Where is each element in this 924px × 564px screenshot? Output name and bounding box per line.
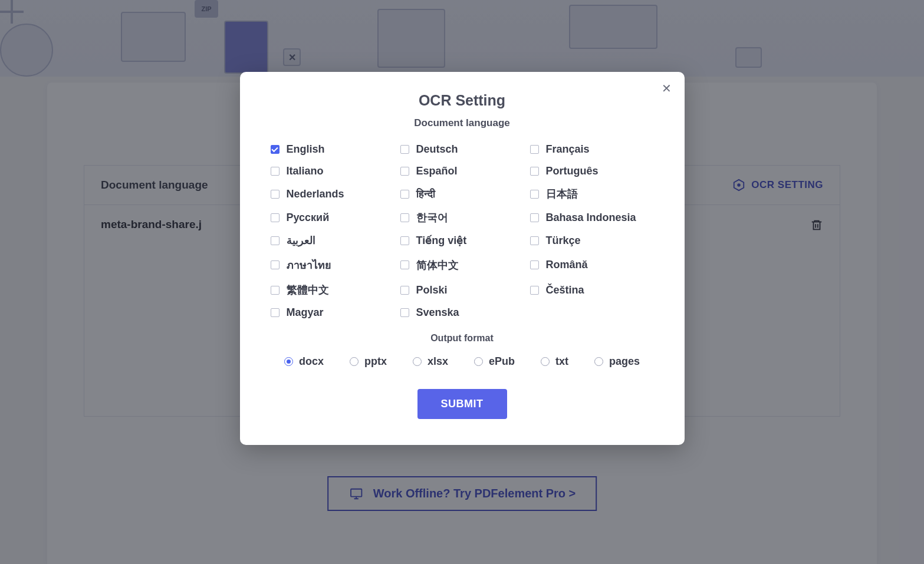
language-label: Español — [416, 165, 458, 177]
language-label: Italiano — [287, 165, 324, 177]
language-label: Русский — [287, 212, 330, 224]
language-label: Svenska — [416, 306, 459, 319]
modal-subtitle: Document language — [264, 117, 661, 129]
checkbox-icon — [530, 190, 539, 199]
language-label: Magyar — [287, 306, 324, 319]
submit-button[interactable]: SUBMIT — [417, 389, 507, 419]
language-option[interactable]: 日本語 — [530, 187, 654, 201]
language-option[interactable]: हिन्दी — [400, 187, 524, 201]
modal-title: OCR Setting — [264, 92, 661, 109]
checkbox-icon — [271, 286, 279, 295]
checkbox-icon — [400, 236, 409, 245]
format-label: pptx — [364, 355, 387, 368]
checkbox-icon — [530, 167, 539, 176]
format-option[interactable]: xlsx — [413, 355, 448, 368]
language-option[interactable]: Čeština — [530, 283, 654, 297]
checkbox-icon — [400, 167, 409, 176]
checkbox-icon — [271, 145, 279, 154]
checkbox-icon — [271, 213, 279, 222]
language-option[interactable]: English — [271, 143, 394, 156]
language-option[interactable]: 한국어 — [400, 210, 524, 225]
language-option[interactable]: Türkçe — [530, 234, 654, 247]
language-option[interactable]: Nederlands — [271, 187, 394, 201]
language-label: Deutsch — [416, 143, 458, 156]
checkbox-icon — [530, 145, 539, 154]
format-option[interactable]: pages — [594, 355, 640, 368]
checkbox-icon — [400, 213, 409, 222]
output-format-row: docxpptxxlsxePubtxtpages — [264, 355, 661, 368]
language-label: Français — [546, 143, 590, 156]
language-label: Türkçe — [546, 235, 581, 247]
checkbox-icon — [400, 260, 409, 269]
language-option[interactable]: Español — [400, 165, 524, 177]
format-option[interactable]: txt — [541, 355, 568, 368]
language-label: 繁體中文 — [287, 283, 329, 297]
checkbox-icon — [400, 190, 409, 199]
format-label: txt — [555, 355, 568, 368]
radio-icon — [541, 357, 550, 366]
language-option[interactable]: Português — [530, 165, 654, 177]
language-grid: EnglishDeutschFrançaisItalianoEspañolPor… — [264, 143, 661, 319]
checkbox-icon — [530, 213, 539, 222]
checkbox-icon — [271, 167, 279, 176]
language-label: Română — [546, 259, 588, 271]
language-option[interactable]: ภาษาไทย — [271, 256, 394, 273]
checkbox-icon — [271, 308, 279, 317]
language-option[interactable]: Italiano — [271, 165, 394, 177]
language-label: Português — [546, 165, 599, 177]
language-option[interactable]: Français — [530, 143, 654, 156]
radio-icon — [284, 357, 293, 366]
format-label: xlsx — [428, 355, 448, 368]
language-option[interactable]: 简体中文 — [400, 256, 524, 273]
radio-icon — [350, 357, 359, 366]
language-label: Tiếng việt — [416, 234, 467, 247]
language-label: Nederlands — [287, 188, 344, 200]
language-label: Bahasa Indonesia — [546, 212, 636, 224]
checkbox-icon — [530, 236, 539, 245]
radio-icon — [413, 357, 422, 366]
language-label: Polski — [416, 284, 448, 296]
language-option[interactable]: Polski — [400, 283, 524, 297]
language-label: हिन्दी — [416, 188, 435, 200]
language-option[interactable]: Magyar — [271, 306, 394, 319]
format-option[interactable]: ePub — [474, 355, 515, 368]
radio-icon — [594, 357, 603, 366]
checkbox-icon — [400, 308, 409, 317]
close-icon: ✕ — [662, 81, 672, 95]
output-format-title: Output format — [264, 333, 661, 344]
checkbox-icon — [271, 190, 279, 199]
language-label: 한국어 — [416, 210, 448, 225]
language-label: English — [287, 143, 325, 156]
language-label: Čeština — [546, 284, 584, 296]
radio-icon — [474, 357, 483, 366]
format-option[interactable]: docx — [284, 355, 324, 368]
checkbox-icon — [271, 260, 279, 269]
language-label: 日本語 — [546, 187, 578, 201]
format-label: pages — [609, 355, 640, 368]
checkbox-icon — [400, 286, 409, 295]
language-option[interactable]: 繁體中文 — [271, 283, 394, 297]
checkbox-icon — [271, 236, 279, 245]
language-label: العربية — [287, 234, 315, 247]
format-option[interactable]: pptx — [350, 355, 387, 368]
language-option[interactable]: Bahasa Indonesia — [530, 210, 654, 225]
language-option[interactable]: Tiếng việt — [400, 234, 524, 247]
ocr-setting-modal: ✕ OCR Setting Document language EnglishD… — [240, 72, 685, 445]
checkbox-icon — [400, 145, 409, 154]
checkbox-icon — [530, 286, 539, 295]
language-option[interactable]: العربية — [271, 234, 394, 247]
format-label: docx — [299, 355, 324, 368]
language-option[interactable]: Русский — [271, 210, 394, 225]
language-label: ภาษาไทย — [287, 256, 331, 273]
language-option[interactable]: Svenska — [400, 306, 524, 319]
language-option[interactable]: Română — [530, 256, 654, 273]
format-label: ePub — [489, 355, 515, 368]
language-option[interactable]: Deutsch — [400, 143, 524, 156]
language-label: 简体中文 — [416, 258, 459, 272]
modal-overlay[interactable]: ✕ OCR Setting Document language EnglishD… — [0, 0, 924, 564]
close-button[interactable]: ✕ — [660, 81, 674, 95]
checkbox-icon — [530, 260, 539, 269]
